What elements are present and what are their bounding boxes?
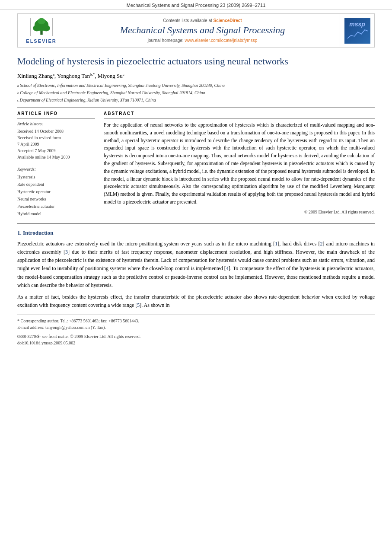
- top-bar: Mechanical Systems and Signal Processing…: [0, 0, 392, 10]
- ref-5[interactable]: 5: [137, 302, 140, 308]
- elsevier-logo: ELSEVIER: [26, 17, 56, 44]
- sciencedirect-line: Contents lists available at ScienceDirec…: [70, 18, 335, 23]
- header-divider: [17, 107, 375, 108]
- journal-citation: Mechanical Systems and Signal Processing…: [127, 3, 266, 8]
- history-accepted: Accepted 7 May 2009: [17, 147, 95, 154]
- history-revised-label: Received in revised form: [17, 134, 95, 141]
- body-section: 1. Introduction Piezoelectric actuators …: [17, 223, 375, 310]
- ref-4[interactable]: 4: [226, 265, 229, 271]
- svg-point-4: [38, 18, 45, 24]
- ref-3[interactable]: 3: [65, 249, 68, 255]
- keywords-section: Keywords: Hysteresis Rate dependent Hyst…: [17, 164, 95, 217]
- page-wrapper: Mechanical Systems and Signal Processing…: [0, 0, 392, 535]
- keyword-5: Piezoelectric actuator: [17, 203, 95, 210]
- authors-line: Xinliang Zhanga, Yonghong Tanb,*, Miyong…: [17, 72, 375, 80]
- footer-text: 0888-3270/$- see front matter © 2009 Els…: [17, 333, 375, 340]
- and-word: and: [326, 241, 334, 247]
- article-content: Modeling of hysteresis in piezoelectric …: [17, 55, 375, 346]
- ref-1[interactable]: 1: [275, 241, 277, 247]
- abstract-text: For the application of neural networks t…: [104, 121, 375, 206]
- intro-paragraph-1: Piezoelectric actuators are extensively …: [17, 240, 375, 290]
- abstract-heading: ABSTRACT: [104, 111, 375, 116]
- footer-doi: doi:10.1016/j.ymssp.2009.05.002: [17, 340, 375, 346]
- affiliations: a School of Electronic, Information and …: [17, 82, 375, 103]
- affiliation-b: b College of Mechanical and Electronic E…: [17, 89, 375, 96]
- section-1-title: 1. Introduction: [17, 229, 375, 236]
- mssp-logo-area: mssp: [340, 14, 374, 47]
- journal-title: Mechanical Systems and Signal Processing: [70, 25, 335, 36]
- homepage-url[interactable]: www.elsevier.com/locate/jnlabr/ymssp: [185, 38, 257, 43]
- keyword-1: Hysteresis: [17, 173, 95, 181]
- sciencedirect-link[interactable]: ScienceDirect: [214, 18, 242, 23]
- mssp-logo: mssp: [344, 18, 370, 44]
- keywords-label: Keywords:: [17, 167, 95, 172]
- abstract-section: For the application of neural networks t…: [104, 118, 375, 214]
- article-title: Modeling of hysteresis in piezoelectric …: [17, 55, 375, 68]
- mssp-text: mssp: [349, 21, 365, 28]
- ref-2[interactable]: 2: [320, 241, 322, 247]
- svg-point-3: [42, 25, 50, 31]
- keyword-4: Neural networks: [17, 195, 95, 203]
- affiliation-a: a School of Electronic, Information and …: [17, 82, 375, 89]
- elsevier-logo-area: ELSEVIER: [18, 14, 65, 47]
- journal-header: ELSEVIER Contents lists available at Sci…: [17, 13, 375, 48]
- journal-homepage: journal homepage: www.elsevier.com/locat…: [70, 38, 335, 43]
- history-online: Available online 14 May 2009: [17, 154, 95, 160]
- copyright-line: © 2009 Elsevier Ltd. All rights reserved…: [104, 210, 375, 214]
- keyword-3: Hysteretic operator: [17, 188, 95, 195]
- footer-info: 0888-3270/$- see front matter © 2009 Els…: [17, 333, 375, 346]
- journal-header-center: Contents lists available at ScienceDirec…: [65, 15, 340, 46]
- abstract-column: ABSTRACT For the application of neural n…: [104, 111, 375, 217]
- history-revised-date: 7 April 2009: [17, 141, 95, 147]
- history-received: Received 14 October 2008: [17, 128, 95, 134]
- svg-point-2: [33, 25, 41, 31]
- email-note: E-mail address: tanyongh@yahoo.com.cn (Y…: [17, 324, 375, 331]
- article-info-heading: ARTICLE INFO: [17, 111, 95, 116]
- elsevier-text: ELSEVIER: [26, 38, 56, 44]
- two-column-section: ARTICLE INFO Article history: Received 1…: [17, 111, 375, 217]
- corresponding-author-note: * Corresponding author. Tel.: +86773 560…: [17, 318, 375, 324]
- intro-paragraph-2: As a matter of fact, besides the hystere…: [17, 293, 375, 309]
- article-history: Article history: Received 14 October 200…: [17, 118, 95, 160]
- article-info-column: ARTICLE INFO Article history: Received 1…: [17, 111, 95, 217]
- mssp-chart-icon: [347, 28, 368, 41]
- affiliation-c: c Department of Electrical Engineering, …: [17, 97, 375, 103]
- footnote-section: * Corresponding author. Tel.: +86773 560…: [17, 315, 375, 331]
- history-label: Article history:: [17, 121, 95, 126]
- keyword-6: Hybrid model: [17, 210, 95, 217]
- keyword-2: Rate dependent: [17, 181, 95, 188]
- svg-rect-0: [40, 31, 42, 35]
- elsevier-tree-icon: [29, 17, 54, 37]
